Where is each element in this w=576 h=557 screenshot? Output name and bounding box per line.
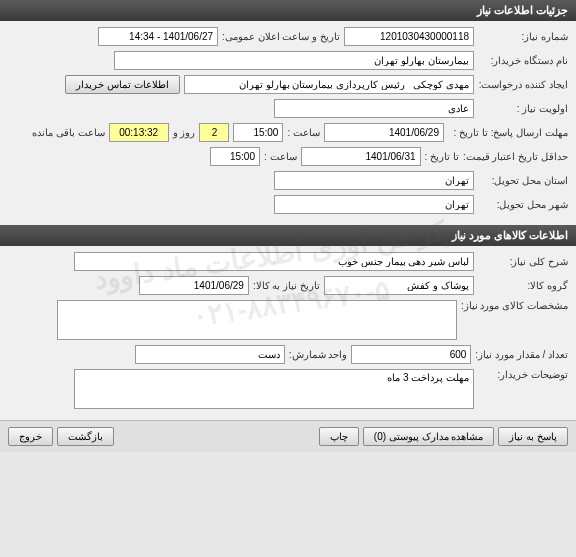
time-label-2: ساعت : [264, 151, 297, 162]
priority-field [274, 99, 474, 118]
section2-body: شرح کلی نیاز: گروه کالا: تاریخ نیاز به ک… [0, 246, 576, 420]
deadline-send-time [233, 123, 283, 142]
general-desc-field [74, 252, 474, 271]
remaining-suffix: ساعت باقی مانده [32, 127, 105, 138]
qty-field [351, 345, 471, 364]
need-date-label: تاریخ نیاز به کالا: [253, 280, 320, 291]
delivery-city-label: شهر محل تحویل: [478, 199, 568, 210]
qty-label: تعداد / مقدار مورد نیاز: [475, 349, 568, 360]
delivery-province-label: استان محل تحویل: [478, 175, 568, 186]
need-number-field [344, 27, 474, 46]
buyer-notes-label: توضیحات خریدار: [478, 369, 568, 380]
group-label: گروه کالا: [478, 280, 568, 291]
group-field [324, 276, 474, 295]
unit-label: واحد شمارش: [289, 349, 348, 360]
buyer-notes-field: مهلت پرداخت 3 ماه [74, 369, 474, 409]
section1-body: شماره نیاز: تاریخ و ساعت اعلان عمومی: نا… [0, 21, 576, 225]
section2-header: اطلاعات کالاهای مورد نیاز [0, 225, 576, 246]
section1-header: جزئیات اطلاعات نیاز [0, 0, 576, 21]
general-desc-label: شرح کلی نیاز: [478, 256, 568, 267]
exit-button[interactable]: خروج [8, 427, 53, 446]
days-suffix: روز و [173, 127, 196, 138]
deadline-send-label: مهلت ارسال پاسخ: تا تاریخ : [448, 127, 568, 138]
requester-field [184, 75, 474, 94]
price-valid-label: حداقل تاریخ اعتبار قیمت: [463, 151, 568, 162]
countdown-timer [109, 123, 169, 142]
price-valid-time [210, 147, 260, 166]
respond-button[interactable]: پاسخ به نیاز [498, 427, 568, 446]
requester-label: ایجاد کننده درخواست: [478, 79, 568, 90]
time-label-1: ساعت : [287, 127, 320, 138]
contact-buyer-button[interactable]: اطلاعات تماس خریدار [65, 75, 180, 94]
unit-field [135, 345, 285, 364]
attachments-button[interactable]: مشاهده مدارک پیوستی (0) [363, 427, 495, 446]
buyer-org-field [114, 51, 474, 70]
public-announce-label: تاریخ و ساعت اعلان عمومی: [222, 31, 340, 42]
need-date-field [139, 276, 249, 295]
specs-label: مشخصات کالای مورد نیاز: [461, 300, 568, 311]
need-number-label: شماره نیاز: [478, 31, 568, 42]
price-valid-date [301, 147, 421, 166]
delivery-city-field [274, 195, 474, 214]
buyer-org-label: نام دستگاه خریدار: [478, 55, 568, 66]
back-button[interactable]: بازگشت [57, 427, 114, 446]
delivery-province-field [274, 171, 474, 190]
print-button[interactable]: چاپ [319, 427, 359, 446]
to-date-label: تا تاریخ : [425, 151, 459, 162]
public-announce-field [98, 27, 218, 46]
deadline-send-date [324, 123, 444, 142]
days-remaining [199, 123, 229, 142]
priority-label: اولویت نیاز : [478, 103, 568, 114]
bottom-bar: پاسخ به نیاز مشاهده مدارک پیوستی (0) چاپ… [0, 420, 576, 452]
specs-field [57, 300, 457, 340]
